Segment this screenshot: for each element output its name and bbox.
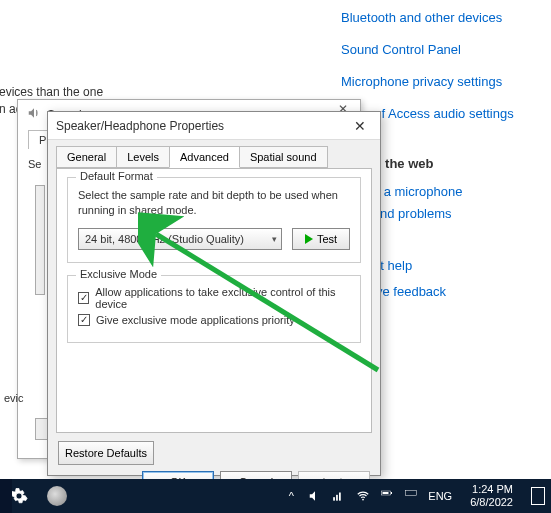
format-value: 24 bit, 48000 Hz (Studio Quality) [85, 233, 244, 245]
checkbox-label-1: Allow applications to take exclusive con… [95, 286, 350, 310]
network-icon[interactable] [332, 489, 346, 503]
svg-rect-2 [336, 495, 338, 501]
properties-dialog: Speaker/Headphone Properties ✕ General L… [47, 111, 381, 476]
chevron-down-icon: ▾ [272, 234, 277, 244]
battery-icon[interactable] [380, 489, 394, 503]
tray-chevron-icon[interactable]: ^ [284, 489, 298, 503]
svg-rect-3 [339, 493, 341, 501]
checkbox-label-2: Give exclusive mode applications priorit… [96, 314, 295, 326]
taskbar-edge [0, 479, 12, 513]
svg-rect-6 [391, 492, 392, 494]
test-label: Test [317, 233, 337, 245]
browser-icon [47, 486, 67, 506]
sound-device-label: evic [4, 392, 24, 404]
default-format-group: Default Format Select the sample rate an… [67, 177, 361, 263]
checkbox-icon: ✓ [78, 292, 89, 304]
speaker-icon [27, 106, 41, 123]
checkbox-icon: ✓ [78, 314, 90, 326]
svg-rect-1 [333, 497, 335, 501]
exclusive-mode-group: Exclusive Mode ✓ Allow applications to t… [67, 275, 361, 343]
tab-spatial-sound[interactable]: Spatial sound [239, 146, 328, 168]
checkbox-exclusive-priority[interactable]: ✓ Give exclusive mode applications prior… [78, 314, 350, 326]
tab-levels[interactable]: Levels [116, 146, 170, 168]
keyboard-icon[interactable] [404, 489, 418, 503]
advanced-panel: Default Format Select the sample rate an… [56, 168, 372, 433]
taskbar: ^ ENG 1:24 PM 6/8/2022 [0, 479, 551, 513]
format-dropdown[interactable]: 24 bit, 48000 Hz (Studio Quality) ▾ [78, 228, 282, 250]
link-sound-control-panel[interactable]: Sound Control Panel [341, 42, 461, 57]
sound-side-area [35, 185, 45, 295]
tab-strip: General Levels Advanced Spatial sound [56, 146, 372, 168]
properties-title: Speaker/Headphone Properties [56, 119, 224, 133]
play-icon [305, 234, 313, 244]
test-button[interactable]: Test [292, 228, 350, 250]
tab-advanced[interactable]: Advanced [169, 146, 240, 168]
notifications-icon[interactable] [531, 489, 545, 503]
volume-icon[interactable] [308, 489, 322, 503]
language-indicator[interactable]: ENG [428, 490, 452, 502]
link-bluetooth[interactable]: Bluetooth and other devices [341, 10, 502, 25]
link-mic-privacy[interactable]: Microphone privacy settings [341, 74, 502, 89]
svg-point-4 [362, 499, 364, 501]
browser-taskbar-button[interactable] [38, 479, 76, 513]
exclusive-mode-label: Exclusive Mode [76, 268, 161, 280]
wifi-icon[interactable] [356, 489, 370, 503]
system-tray: ^ ENG 1:24 PM 6/8/2022 [284, 483, 551, 508]
svg-rect-7 [383, 492, 389, 494]
checkbox-exclusive-control[interactable]: ✓ Allow applications to take exclusive c… [78, 286, 350, 310]
clock-date: 6/8/2022 [470, 496, 513, 509]
clock[interactable]: 1:24 PM 6/8/2022 [462, 483, 521, 508]
tab-general[interactable]: General [56, 146, 117, 168]
default-format-label: Default Format [76, 170, 157, 182]
close-button[interactable]: ✕ [348, 118, 372, 134]
restore-defaults-button[interactable]: Restore Defaults [58, 441, 154, 465]
properties-titlebar: Speaker/Headphone Properties ✕ [48, 112, 380, 140]
sound-left-label: Se [28, 158, 41, 170]
clock-time: 1:24 PM [470, 483, 513, 496]
default-format-desc: Select the sample rate and bit depth to … [78, 188, 350, 218]
bg-text-line1: evices than the one [0, 85, 103, 99]
svg-rect-8 [406, 491, 417, 496]
